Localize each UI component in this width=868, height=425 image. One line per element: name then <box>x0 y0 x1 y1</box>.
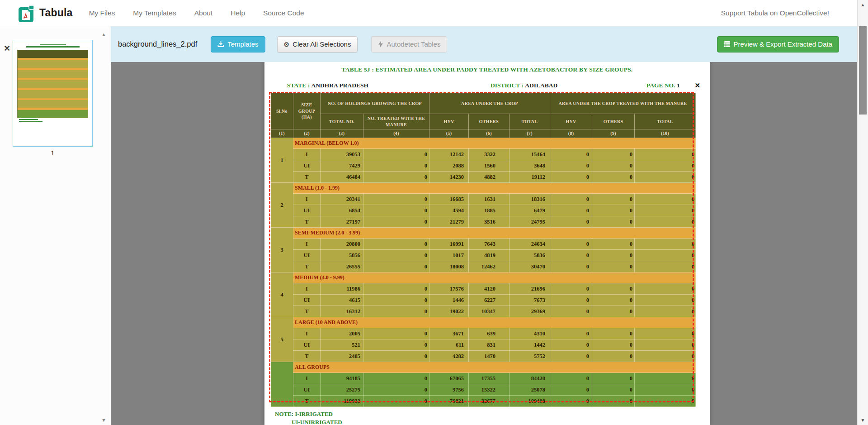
table-cell: 29369 <box>509 306 550 317</box>
sidebar-scroll-up-icon[interactable]: ▲ <box>101 32 106 37</box>
page-thumbnail[interactable] <box>13 40 93 147</box>
table-cell: 0 <box>363 194 429 205</box>
nav-link-source-code[interactable]: Source Code <box>263 9 304 17</box>
table-cell: 0 <box>363 351 429 362</box>
table-data-row: T265550180081246230470000 <box>271 261 696 272</box>
pdf-page[interactable]: TABLE 5J : ESTIMATED AREA UNDER PADDY TR… <box>264 62 710 425</box>
table-cell: 0 <box>550 149 592 160</box>
nav-link-my-templates[interactable]: My Templates <box>133 9 176 17</box>
table-data-row: UI58560101748195836000 <box>271 250 696 261</box>
table-data-row: I20341016685163118316000 <box>271 194 696 205</box>
table-cell: 0 <box>592 250 635 261</box>
table-header-cell: TOTAL <box>509 114 550 129</box>
table-header-number: (1) <box>271 129 293 138</box>
table-cell: 6854 <box>321 205 363 216</box>
table-cell: 6227 <box>469 295 509 306</box>
table-cell: T <box>293 351 321 362</box>
table-cell: I <box>293 239 321 250</box>
table-cell: 1885 <box>469 205 509 216</box>
table-cell: 11986 <box>321 283 363 295</box>
table-cell: 0 <box>363 396 429 407</box>
export-button-label: Preview & Export Extracted Data <box>734 40 832 48</box>
table-group-band-row: 2SMALL (1.0 - 1.99) <box>271 183 696 194</box>
templates-button-label: Templates <box>227 40 258 48</box>
table-group-band-row: 1MARGINAL (BELOW 1.0) <box>271 138 696 149</box>
table-cell: 0 <box>550 160 592 172</box>
table-cell: 0 <box>635 283 696 295</box>
table-cell: 17355 <box>469 373 509 384</box>
table-slno-cell: 2 <box>271 183 293 228</box>
table-header-cell: OTHERS <box>469 114 509 129</box>
nav-link-help[interactable]: Help <box>231 9 245 17</box>
save-template-icon <box>217 41 224 48</box>
nav-link-my-files[interactable]: My Files <box>89 9 115 17</box>
clear-all-selections-button[interactable]: ⊗ Clear All Selections <box>277 36 358 53</box>
table-cell: 0 <box>363 149 429 160</box>
support-link[interactable]: Support Tabula on OpenCollective! <box>721 9 829 17</box>
table-cell: 2088 <box>429 160 469 172</box>
table-list-icon <box>724 41 731 48</box>
table-cell: T <box>293 216 321 228</box>
table-cell: 4594 <box>429 205 469 216</box>
selection-close-icon[interactable]: ✕ <box>694 81 700 90</box>
scrollbar-thumb[interactable] <box>859 26 867 115</box>
table-header-group: AREA UNDER THE CROP TREATED WITH THE MAN… <box>550 93 696 114</box>
table-slno-cell: 5 <box>271 317 293 362</box>
table-cell: 24634 <box>509 239 550 250</box>
table-cell: 5752 <box>509 351 550 362</box>
table-slno-cell: 3 <box>271 228 293 272</box>
table-cell: 21696 <box>509 283 550 295</box>
table-cell: 0 <box>363 373 429 384</box>
table-data-row: I20800016991764324634000 <box>271 239 696 250</box>
table-header-number: (3) <box>321 129 363 138</box>
table-group-band-row: ALL GROUPS <box>271 362 696 373</box>
pdf-table: Sl.NoSIZE GROUP (HA)NO. OF HOLDINGS GROW… <box>270 93 696 407</box>
table-cell: 0 <box>363 339 429 351</box>
table-header-number: (7) <box>509 129 550 138</box>
templates-button[interactable]: Templates <box>211 36 265 53</box>
table-cell: 0 <box>635 373 696 384</box>
table-cell: 19022 <box>429 306 469 317</box>
autodetect-button-label: Autodetect Tables <box>387 40 440 48</box>
table-cell: 0 <box>592 396 635 407</box>
table-cell: 0 <box>363 261 429 272</box>
table-cell: 0 <box>363 283 429 295</box>
table-cell: 0 <box>550 194 592 205</box>
table-cell: 25078 <box>509 384 550 396</box>
table-data-row: I2005036716394310000 <box>271 328 696 339</box>
table-cell: 0 <box>550 384 592 396</box>
sidebar-scroll-down-icon[interactable]: ▼ <box>101 417 106 423</box>
table-cell: 0 <box>635 194 696 205</box>
table-data-row: UI46150144662277673000 <box>271 295 696 306</box>
table-cell: 20341 <box>321 194 363 205</box>
table-cell: 3322 <box>469 149 509 160</box>
table-cell: 0 <box>635 216 696 228</box>
table-cell: 10347 <box>469 306 509 317</box>
table-slno-cell: 4 <box>271 272 293 317</box>
thumbnail-note-line <box>19 121 42 122</box>
window-scrollbar[interactable]: ▲ ▼ <box>857 0 868 425</box>
table-data-row: I941850670651735584420000 <box>271 373 696 384</box>
table-cell: I <box>293 283 321 295</box>
brand[interactable]: Tabula <box>18 4 73 23</box>
table-cell: 0 <box>592 261 635 272</box>
table-cell: 0 <box>635 205 696 216</box>
nav-link-about[interactable]: About <box>194 9 213 17</box>
remove-page-icon[interactable]: ✕ <box>4 44 10 53</box>
table-cell: 4120 <box>469 283 509 295</box>
table-cell: 19112 <box>509 172 550 183</box>
scrollbar-down-icon[interactable]: ▼ <box>858 418 868 423</box>
preview-export-button[interactable]: Preview & Export Extracted Data <box>717 36 839 53</box>
table-cell: 831 <box>469 339 509 351</box>
scrollbar-up-icon[interactable]: ▲ <box>858 2 868 7</box>
table-cell: 0 <box>592 172 635 183</box>
table-cell: 76821 <box>429 396 469 407</box>
table-cell: 12142 <box>429 149 469 160</box>
pdf-canvas: TABLE 5J : ESTIMATED AREA UNDER PADDY TR… <box>111 62 857 425</box>
document-note-line2: UI-UNIRRIGATED <box>292 419 342 425</box>
table-cell: 0 <box>592 194 635 205</box>
table-header-cell: SIZE GROUP (HA) <box>293 93 321 129</box>
table-cell: 0 <box>592 216 635 228</box>
table-cell: 16685 <box>429 194 469 205</box>
table-cell: 1446 <box>429 295 469 306</box>
